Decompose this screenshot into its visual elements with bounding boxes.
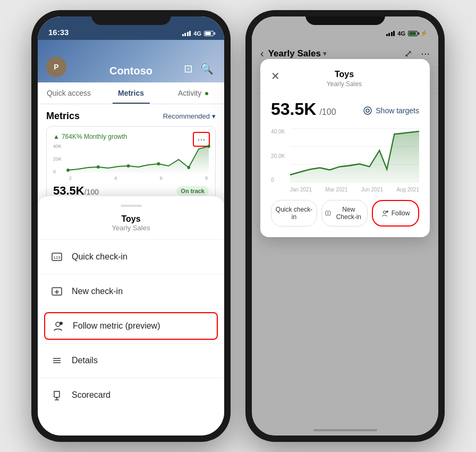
svg-point-2 [127, 164, 130, 168]
sheet-handle [121, 205, 142, 207]
tabs-bar-1: Quick access Metrics Activity [38, 82, 224, 104]
mini-chart: 40K 20K 0 [53, 144, 209, 181]
tab-quick-access[interactable]: Quick access [38, 82, 100, 104]
sheet-divider-4 [38, 343, 224, 344]
sheet-item-quick-checkin[interactable]: 123 Quick check-in [38, 243, 224, 271]
svg-point-5 [207, 145, 210, 148]
sheet-item-follow[interactable]: Follow metric (preview) [44, 312, 218, 340]
details-label: Details [72, 356, 98, 365]
search-icon[interactable]: 🔍 [200, 62, 214, 75]
growth-indicator: ▲ 764K% Monthly growth [53, 133, 209, 140]
modal-card: ✕ Toys Yearly Sales 53.5K /100 [260, 59, 430, 237]
phone-2: 16:42 4G ⚡ ‹ Yearly Sales ▾ [245, 10, 445, 442]
quick-checkin-label: Quick check-in [72, 252, 128, 262]
modal-value-row: 53.5K /100 [271, 99, 336, 119]
follow-label: Follow metric (preview) [73, 321, 160, 331]
sheet-divider-5 [38, 378, 224, 378]
recommended-button[interactable]: Recommended ▾ [163, 112, 216, 120]
new-checkin-button[interactable]: New Check-in [321, 200, 368, 227]
chart-y-axis: 40.0K 20.0K 0 [271, 129, 290, 183]
show-targets-button[interactable]: Show targets [363, 106, 419, 115]
quick-checkin-button[interactable]: Quick check-in [271, 200, 317, 227]
svg-text:123: 123 [53, 255, 61, 260]
camera-icon[interactable]: ⊡ [184, 62, 193, 75]
modal-title: Toys [280, 70, 409, 79]
svg-point-26 [383, 211, 386, 214]
scorecard-label: Scorecard [72, 390, 110, 400]
activity-dot [205, 92, 208, 95]
metrics-title: Metrics [46, 111, 80, 122]
metric-modal: ✕ Toys Yearly Sales 53.5K /100 [252, 16, 438, 436]
details-icon [50, 354, 63, 367]
chart-area-2 [290, 129, 419, 183]
sheet-item-new-checkin[interactable]: New check-in [38, 278, 224, 305]
chart-area [68, 144, 209, 174]
svg-point-4 [187, 166, 190, 169]
tab-metrics[interactable]: Metrics [100, 82, 162, 104]
signal-icon [182, 31, 191, 36]
modal-subtitle: Yearly Sales [280, 80, 409, 88]
header-1: P Contoso ⊡ 🔍 [38, 40, 224, 82]
svg-point-3 [157, 162, 160, 165]
notch-1 [91, 10, 171, 25]
new-checkin-icon [50, 285, 63, 298]
svg-point-18 [364, 107, 371, 114]
quick-checkin-icon: 123 [50, 250, 63, 263]
modal-chart: 40.0K 20.0K 0 [271, 129, 419, 192]
arrow-up-icon: ▲ [53, 133, 60, 140]
chart-y-labels: 40K 20K 0 [53, 144, 62, 174]
follow-btn-icon [381, 210, 389, 217]
chart-x-labels: 2 4 6 8 [68, 175, 209, 181]
battery-icon [204, 31, 214, 36]
sheet-title: Toys [38, 214, 224, 224]
svg-point-27 [386, 211, 388, 213]
sheet-item-details[interactable]: Details [38, 347, 224, 374]
avatar[interactable]: P [46, 57, 66, 77]
svg-point-11 [56, 322, 60, 327]
on-track-badge: On track [176, 186, 209, 196]
svg-point-0 [66, 169, 70, 172]
modal-close-button[interactable]: ✕ [271, 70, 280, 82]
bottom-sheet: Toys Yearly Sales 123 Quick check-in [38, 196, 224, 436]
new-checkin-btn-icon [325, 210, 331, 217]
modal-value: 53.5K [271, 99, 316, 119]
metrics-header: Metrics Recommended ▾ [38, 104, 224, 126]
screen-1: 16:33 4G P Contoso [38, 16, 224, 436]
tab-activity[interactable]: Activity [162, 82, 224, 104]
sheet-subtitle: Yearly Sales [38, 224, 224, 232]
targets-icon [363, 106, 372, 115]
app-title: Contoso [109, 65, 152, 77]
follow-icon [52, 320, 64, 332]
new-checkin-label: New check-in [72, 287, 123, 296]
screen-2: 16:42 4G ⚡ ‹ Yearly Sales ▾ [252, 16, 438, 436]
chevron-down-icon: ▾ [212, 112, 216, 120]
scorecard-icon [50, 389, 63, 401]
chart-svg [68, 144, 209, 174]
sheet-item-scorecard[interactable]: Scorecard [38, 381, 224, 409]
svg-point-12 [60, 322, 63, 325]
metric-value: 53.5K [53, 184, 84, 197]
header-bg: P Contoso ⊡ 🔍 [38, 40, 224, 82]
header-actions: ⊡ 🔍 [184, 62, 214, 75]
sheet-divider-2 [38, 274, 224, 274]
status-time-1: 16:33 [48, 28, 69, 37]
metric-unit: /100 [84, 188, 99, 196]
chart-x-axis: Jan 2021 Mar 2021 Jun 2021 Aug 2021 [290, 187, 419, 192]
avatar-circle[interactable]: P [46, 57, 66, 77]
svg-point-19 [366, 109, 369, 112]
sheet-divider-3 [38, 308, 224, 309]
phone-1: 16:33 4G P Contoso [31, 10, 231, 442]
chart-svg-2 [290, 129, 419, 183]
sheet-divider-1 [38, 239, 224, 240]
modal-unit: /100 [319, 107, 336, 117]
modal-actions: Quick check-in New Check-in [271, 200, 419, 227]
svg-point-1 [97, 165, 100, 169]
network-label: 4G [193, 30, 201, 37]
follow-button[interactable]: Follow [372, 200, 419, 227]
status-icons-1: 4G [182, 30, 214, 37]
